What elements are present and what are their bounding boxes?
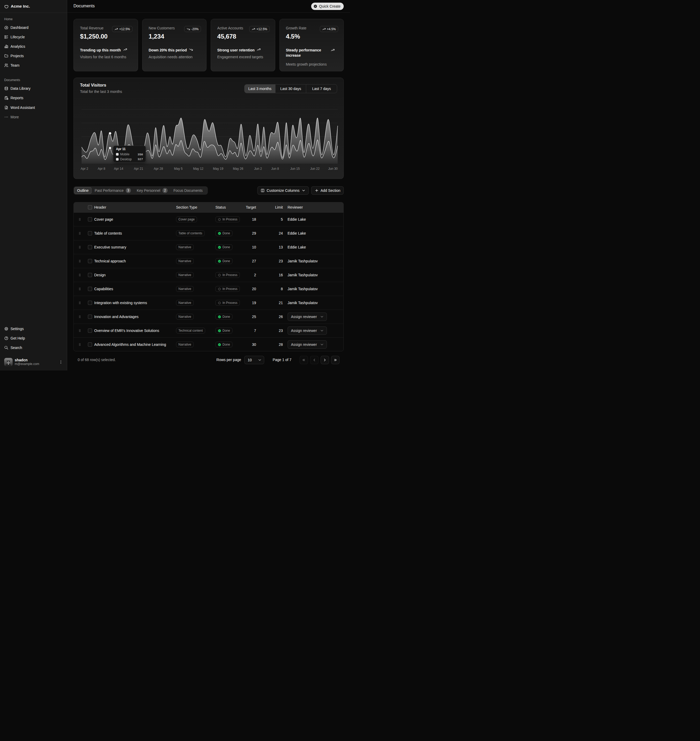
svg-text:Apr 8: Apr 8 (98, 167, 106, 171)
svg-text:Jun 30: Jun 30 (328, 167, 338, 171)
svg-text:Jun 22: Jun 22 (310, 167, 319, 171)
svg-text:May 26: May 26 (233, 167, 244, 171)
svg-text:Apr 2: Apr 2 (81, 167, 88, 171)
svg-text:Jun 8: Jun 8 (271, 167, 279, 171)
svg-text:Apr 21: Apr 21 (134, 167, 143, 171)
svg-text:Jun 15: Jun 15 (290, 167, 300, 171)
svg-text:May 12: May 12 (193, 167, 204, 171)
svg-text:Jun 2: Jun 2 (254, 167, 262, 171)
svg-text:May 19: May 19 (213, 167, 224, 171)
svg-text:Apr 28: Apr 28 (154, 167, 163, 171)
svg-text:May 5: May 5 (174, 167, 182, 171)
svg-text:Apr 14: Apr 14 (114, 167, 123, 171)
